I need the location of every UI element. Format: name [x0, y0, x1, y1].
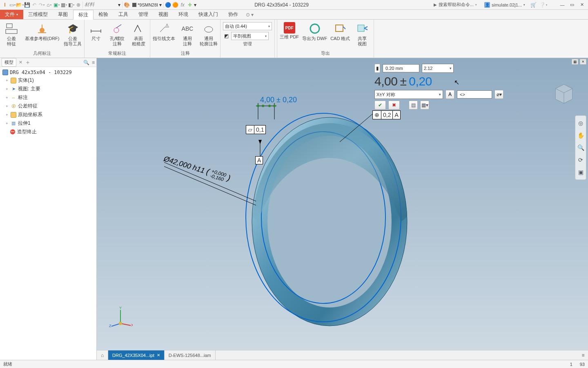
undo-icon[interactable]: ↶ [31, 2, 38, 8]
cad-format-button[interactable]: CAD 格式 [330, 20, 350, 41]
export-dwf-button[interactable]: 导出为 DWF [302, 20, 327, 41]
tree-solids[interactable]: + 实体(1) [0, 76, 96, 85]
tree-extrude[interactable]: +▥ 拉伸1 [0, 119, 96, 128]
tab-getstarted[interactable]: 快速入门 [194, 10, 223, 19]
tolerance-advisor-button[interactable]: 🎓 公差 指导工具 [64, 20, 82, 47]
select-icon[interactable]: ▣▾ [53, 2, 60, 8]
profile-note-icon [202, 22, 215, 35]
tree-annotation[interactable]: +↔ 标注 [0, 93, 96, 102]
dim-accept-button[interactable]: ✔ [374, 101, 386, 110]
browser-search-icon[interactable]: 🔍 [83, 60, 89, 65]
tree-tolerance-feature[interactable]: +⦿ 公差特征 [0, 102, 96, 110]
dim-options1-button[interactable]: ▤ [409, 101, 418, 110]
fx-icon[interactable]: fx [179, 2, 186, 8]
ribbon-group-annotations-label: 注释 [153, 49, 218, 58]
layer-icon[interactable]: ▦▾ [60, 2, 67, 8]
window-minimize[interactable]: — [559, 2, 566, 8]
browser-tab-close[interactable]: ✕ [19, 60, 22, 65]
user-account[interactable]: 👤 simulate.02j1... ▾ [484, 2, 525, 8]
3d-pdf-button[interactable]: PDF 三维 PDF [280, 20, 299, 40]
help-search[interactable]: ▶ 搜索帮助和命令... ▾ [434, 2, 477, 8]
leader-text-button[interactable]: A 指引线文本 [153, 20, 175, 41]
material-selector[interactable]: 材料 ▾ [82, 1, 122, 8]
hole-thread-note-button[interactable]: 孔/螺纹 注释 [108, 20, 126, 47]
browser-tab-model[interactable]: 模型 [2, 58, 16, 67]
cart-icon[interactable]: 🛒 [530, 2, 537, 8]
browser-tab-add[interactable]: ＋ [25, 59, 31, 66]
nav-orbit-icon[interactable]: ⟳ [577, 155, 585, 165]
svg-rect-1 [7, 24, 12, 28]
svg-text:X: X [131, 323, 133, 327]
tab-env[interactable]: 环境 [174, 10, 194, 19]
dim-text-format-button[interactable]: A [445, 90, 454, 99]
profile-note-button[interactable]: 通用 轮廓注释 [200, 20, 218, 47]
canvas-dim-4mm[interactable]: 4,00 ± 0,20 [260, 96, 297, 104]
nav-zoom-icon[interactable]: 🔍 [577, 143, 585, 153]
tab-view[interactable]: 视图 [154, 10, 174, 19]
color-picker-icon[interactable]: 🎨 [123, 2, 130, 8]
ribbon-tab-strip: 文件▾ 三维模型 草图 标注 检验 工具 管理 视图 环境 快速入门 协作 ⊙ … [0, 10, 588, 20]
window-close[interactable]: ✕ [578, 2, 586, 8]
add-icon[interactable]: ✚ [187, 2, 193, 8]
tab-manage[interactable]: 管理 [134, 10, 154, 19]
general-note-button[interactable]: ABC 通用 注释 [178, 20, 196, 47]
tree-root[interactable]: DRG 42x35x04 - 103229 [0, 69, 96, 76]
share-view-button[interactable]: 共享 视图 [353, 20, 371, 47]
tree-end[interactable]: ⛔ 造型终止 [0, 128, 96, 136]
dimension-icon [89, 22, 102, 35]
doc-home-button[interactable]: ⌂ [97, 350, 108, 360]
tolerance-value-input[interactable]: 0.20 mm [383, 64, 419, 72]
datum-a-label[interactable]: A [255, 156, 263, 164]
tree-view[interactable]: +➤ 视图: 主要 [0, 85, 96, 93]
dim-cancel-button[interactable]: ✖ [388, 101, 400, 110]
palette2-icon[interactable]: 🟠 [172, 2, 178, 8]
dim-lock-toggle[interactable]: ▮ [374, 64, 380, 73]
save-icon[interactable]: 💾 [24, 2, 30, 8]
dim-diameter-toggle[interactable]: ⌀▾ [494, 90, 503, 99]
fcf-flatness[interactable]: ▱ 0,1 [246, 125, 266, 134]
new-icon[interactable]: ▭▾ [9, 2, 16, 8]
tab-3dmodel[interactable]: 三维模型 [23, 10, 53, 19]
open-icon[interactable]: 📂▾ [16, 2, 23, 8]
graphics-canvas[interactable]: ▦ ✕ [97, 58, 588, 360]
dim-text-input[interactable]: <> [457, 90, 492, 99]
tab-overflow[interactable]: ⊙ ▾ [243, 10, 256, 19]
tab-collab[interactable]: 协作 [223, 10, 243, 19]
nav-lookat-icon[interactable]: ▣ [577, 167, 585, 177]
nav-home-icon[interactable]: ◎ [577, 118, 585, 128]
appearance-icon[interactable]: ⊗ [75, 2, 82, 8]
tab-tools[interactable]: 工具 [114, 10, 134, 19]
tab-file[interactable]: 文件▾ [0, 10, 23, 19]
doc-tab-menu[interactable]: ≡ [578, 350, 588, 360]
fcf-position[interactable]: ⊕ 0,2 A [372, 110, 401, 119]
precision-select[interactable]: 2.12▾ [422, 64, 454, 73]
surface-finish-button[interactable]: 表面 粗糙度 [129, 20, 147, 47]
tab-sketch[interactable]: 草图 [53, 10, 73, 19]
doc-tab-active[interactable]: DRG_42X35X04...ipt ✕ [108, 350, 165, 360]
appearance-selector[interactable]: *9SMN28I ▾ [131, 2, 164, 8]
tab-annotate[interactable]: 标注 [73, 10, 94, 20]
datum-frame-button[interactable]: 基准参考框(DRF) [24, 20, 60, 41]
doc-tab-other[interactable]: D-EWS-125648...iam [165, 350, 216, 360]
browser-menu-icon[interactable]: ≡ [92, 60, 95, 65]
dim-standard-select[interactable]: 自动 (0.44)▾ [223, 22, 272, 30]
section-view-select[interactable]: 半剖视图▾ [231, 32, 269, 40]
tolerance-type-select[interactable]: X±Y 对称▾ [374, 90, 443, 99]
doc-tab-close[interactable]: ✕ [157, 353, 160, 357]
navigation-bar: ◎ ✋ 🔍 ⟳ ▣ [575, 115, 586, 180]
redo-icon[interactable]: ↷▾ [38, 2, 45, 8]
palette1-icon[interactable]: 🔵 [165, 2, 171, 8]
tab-inspect[interactable]: 检验 [94, 10, 114, 19]
view-cube[interactable] [551, 80, 577, 105]
tree-origin[interactable]: + 原始坐标系 [0, 110, 96, 119]
home-icon[interactable]: ⌂▾ [46, 2, 52, 8]
window-maximize[interactable]: ▭ [568, 2, 576, 8]
nav-pan-icon[interactable]: ✋ [577, 130, 585, 140]
help-icon[interactable]: ❔▾ [540, 2, 546, 8]
render-icon[interactable]: ◧▾ [68, 2, 74, 8]
tolerance-feature-icon: ⦿ [11, 103, 16, 109]
dimension-button[interactable]: 尺寸 [87, 20, 105, 41]
tolerance-feature-button[interactable]: 公差 特征 [2, 20, 20, 47]
tolerance-feature-icon [5, 22, 18, 35]
dim-options2-button[interactable]: ▦▾ [420, 101, 429, 110]
